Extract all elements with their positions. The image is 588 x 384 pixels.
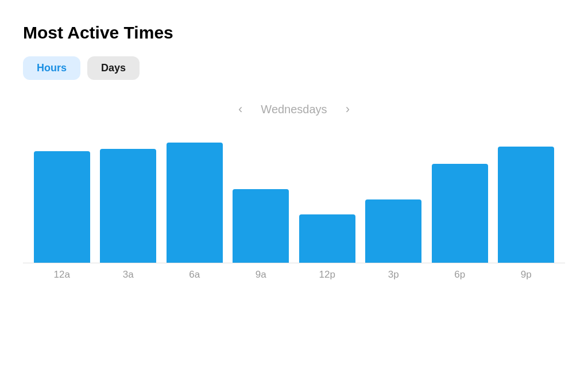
bar-12p xyxy=(299,214,355,263)
bar-label-9p: 9p xyxy=(493,269,560,281)
bar-label-6a: 6a xyxy=(161,269,228,281)
page-title: Most Active Times xyxy=(23,23,565,43)
bar-label-3p: 3p xyxy=(361,269,427,281)
bar-wrapper-6p xyxy=(427,136,493,263)
bar-wrapper-9a xyxy=(228,136,295,263)
prev-day-button[interactable]: ‹ xyxy=(234,101,247,118)
bar-label-3a: 3a xyxy=(95,269,162,281)
main-container: Most Active Times Hours Days ‹ Wednesday… xyxy=(23,23,565,281)
bars-container xyxy=(23,136,565,263)
day-navigation: ‹ Wednesdays › xyxy=(23,101,565,118)
bar-6p xyxy=(432,164,488,263)
bar-wrapper-3a xyxy=(95,136,162,263)
bar-6a xyxy=(167,143,223,263)
bar-wrapper-12p xyxy=(294,136,361,263)
bar-wrapper-6a xyxy=(161,136,228,263)
bar-label-12p: 12p xyxy=(294,269,361,281)
labels-container: 12a3a6a9a12p3p6p9p xyxy=(23,263,565,281)
chart-area: 12a3a6a9a12p3p6p9p xyxy=(23,136,565,281)
current-day-label: Wednesdays xyxy=(261,103,327,116)
bar-9p xyxy=(498,147,554,263)
bar-label-9a: 9a xyxy=(228,269,295,281)
hours-toggle-button[interactable]: Hours xyxy=(23,56,80,80)
days-toggle-button[interactable]: Days xyxy=(87,56,140,80)
bar-label-12a: 12a xyxy=(29,269,95,281)
bar-3p xyxy=(365,199,421,263)
bar-label-6p: 6p xyxy=(427,269,493,281)
bar-9a xyxy=(233,189,289,263)
next-day-button[interactable]: › xyxy=(341,101,354,118)
bar-wrapper-12a xyxy=(29,136,95,263)
bar-12a xyxy=(34,151,90,263)
bar-3a xyxy=(100,149,156,263)
bar-wrapper-3p xyxy=(361,136,427,263)
bar-wrapper-9p xyxy=(493,136,560,263)
toggle-group: Hours Days xyxy=(23,56,565,80)
